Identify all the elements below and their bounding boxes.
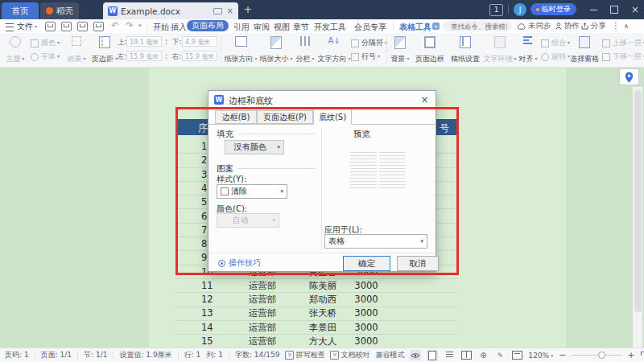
table-row[interactable]: 12运营部郑动西3000 [0, 294, 457, 307]
file-menu[interactable]: 文件 [17, 21, 37, 32]
columns-button[interactable]: 分栏 [295, 36, 316, 64]
avatar[interactable]: J [514, 3, 526, 16]
margin-left-input[interactable]: 15.9 毫米 [126, 51, 162, 61]
page-view-button[interactable] [427, 350, 438, 360]
new-tab-button[interactable]: + [242, 3, 254, 15]
document-tab-close-icon[interactable]: × [227, 6, 233, 15]
margin-right-input[interactable]: 15.9 毫米 [182, 51, 217, 61]
page-margins-button[interactable]: 页边距 [90, 36, 119, 64]
margin-left-stepper[interactable]: ▴▾ [163, 51, 169, 61]
tab-home-ribbon[interactable]: 开始 [153, 22, 169, 33]
apply-to-dropdown[interactable]: 表格 ▾ [324, 234, 427, 249]
spellcheck-button[interactable]: ×拼写检查 [285, 350, 324, 360]
minimize-button[interactable] [583, 0, 604, 19]
zoom-slider[interactable] [572, 355, 621, 356]
collapse-ribbon-button[interactable]: ∧ [624, 23, 629, 30]
close-button[interactable]: × [625, 0, 644, 19]
tips-link[interactable]: 操作技巧 [218, 257, 261, 269]
margin-top-input[interactable]: 19.1 毫米 [126, 36, 162, 47]
web-view-button[interactable]: ⊕ [477, 350, 489, 360]
hamburger-icon[interactable] [6, 23, 14, 31]
margin-top-stepper[interactable]: ▴▾ [163, 36, 169, 47]
sync-status-button[interactable]: 未同步 [517, 21, 551, 31]
restore-button[interactable] [604, 0, 625, 19]
row-number[interactable]: 3 [201, 169, 207, 180]
selection-pane-button[interactable]: 选择窗格 [568, 36, 601, 64]
tab-view[interactable]: 视图 [274, 22, 290, 33]
document-tab[interactable]: W Example.docx × [103, 2, 238, 19]
eye-protection-button[interactable] [410, 350, 421, 360]
command-search-box[interactable] [443, 21, 512, 31]
tab-borders[interactable]: 边框(B) [215, 110, 257, 124]
zoom-out-button[interactable]: − [559, 350, 566, 360]
row-number[interactable]: 4 [201, 183, 207, 194]
save-button[interactable] [45, 22, 56, 31]
zoom-level-button[interactable]: 120% [528, 352, 553, 360]
window-count-badge[interactable]: 1 [489, 4, 503, 16]
breaks-button[interactable]: 分隔符 [351, 38, 387, 48]
vertical-scrollbar[interactable] [633, 87, 642, 348]
row-number[interactable]: 6 [201, 211, 207, 222]
export-button[interactable] [61, 22, 72, 31]
table-tools-badge-icon[interactable]: ▾ [432, 23, 440, 30]
edit-mode-button[interactable]: ✎ [494, 350, 506, 360]
tab-page-layout[interactable]: 页面布局 [187, 20, 229, 31]
row-number[interactable]: 2 [201, 154, 207, 166]
table-row[interactable]: 15运营部方大人3000 [0, 335, 457, 348]
pattern-style-dropdown[interactable]: 清除 ▾ [217, 184, 287, 199]
scrollbar-thumb[interactable] [634, 90, 642, 312]
tab-references[interactable]: 引用 [233, 22, 250, 33]
quickbar-dropdown-icon[interactable]: ▾ [138, 23, 142, 29]
outline-view-button[interactable] [444, 350, 455, 360]
undo-button[interactable]: ↶ [111, 20, 118, 31]
zoom-in-button[interactable]: + [627, 350, 634, 360]
proofread-button[interactable]: ×文档校对 [330, 350, 369, 360]
page-border-button[interactable]: 页面边框 [412, 36, 448, 64]
row-number[interactable]: 1 [201, 141, 207, 152]
redo-button[interactable]: ↷ [126, 20, 133, 31]
book-view-button[interactable] [460, 350, 472, 360]
zoom-slider-knob[interactable] [598, 352, 605, 359]
tab-shading[interactable]: 底纹(S) [313, 109, 352, 125]
fullscreen-icon[interactable] [641, 352, 644, 359]
text-direction-button[interactable]: A↓ 文字方向 [317, 36, 351, 64]
background-button[interactable]: 背景 [390, 36, 411, 64]
location-pin-button[interactable] [619, 68, 639, 85]
paper-orientation-button[interactable]: 纸张方向 [224, 36, 258, 64]
tab-page-border[interactable]: 页面边框(P) [257, 110, 313, 124]
row-number[interactable]: 5 [201, 196, 207, 208]
align-button[interactable]: 对齐 [518, 36, 538, 64]
home-tab[interactable]: 首页 [2, 2, 39, 19]
line-numbers-button[interactable]: 行号 [351, 51, 380, 62]
row-number[interactable]: 8 [201, 238, 207, 249]
fill-color-dropdown[interactable]: 没有颜色 ▾ [225, 140, 284, 154]
dialog-close-icon[interactable]: × [418, 93, 431, 106]
paper-setup-button[interactable]: 稿纸设置 [449, 36, 481, 64]
fit-page-button[interactable] [511, 350, 522, 360]
tab-table-tools[interactable]: 表格工具 [399, 22, 431, 33]
tab-section[interactable]: 章节 [293, 22, 309, 33]
rotate-icon [541, 53, 549, 61]
login-badge[interactable]: 临时登录 [530, 3, 576, 15]
table-row[interactable]: 11运营部陈美丽3000 [0, 280, 457, 294]
tab-developer[interactable]: 开发工具 [314, 22, 346, 33]
collaborate-button[interactable]: 协作 [555, 21, 580, 31]
tab-insert[interactable]: 插入 [171, 22, 187, 33]
share-button[interactable]: 分享 [581, 21, 606, 31]
tab-member[interactable]: 会员专享 [354, 22, 386, 33]
table-row[interactable]: 14运营部李景田3000 [0, 322, 457, 335]
presentation-monitor-icon[interactable] [213, 8, 222, 14]
row-number[interactable]: 7 [201, 224, 207, 236]
print-preview-button[interactable] [93, 22, 104, 31]
ok-button[interactable]: 确定 [343, 256, 390, 271]
search-input[interactable] [449, 22, 509, 31]
paper-size-button[interactable]: 纸张大小 [259, 36, 293, 64]
row-number[interactable]: 9 [201, 252, 207, 263]
print-button[interactable] [77, 22, 88, 31]
cancel-button[interactable]: 取消 [397, 256, 439, 271]
docer-tab[interactable]: 稻壳 [40, 2, 79, 19]
margin-bottom-input[interactable]: 4.9 毫米 [182, 36, 217, 47]
table-row[interactable]: 13运营部张天桥3000 [0, 307, 457, 321]
tab-review[interactable]: 审阅 [254, 22, 270, 33]
more-menu-button[interactable]: ⋮ [612, 21, 620, 30]
